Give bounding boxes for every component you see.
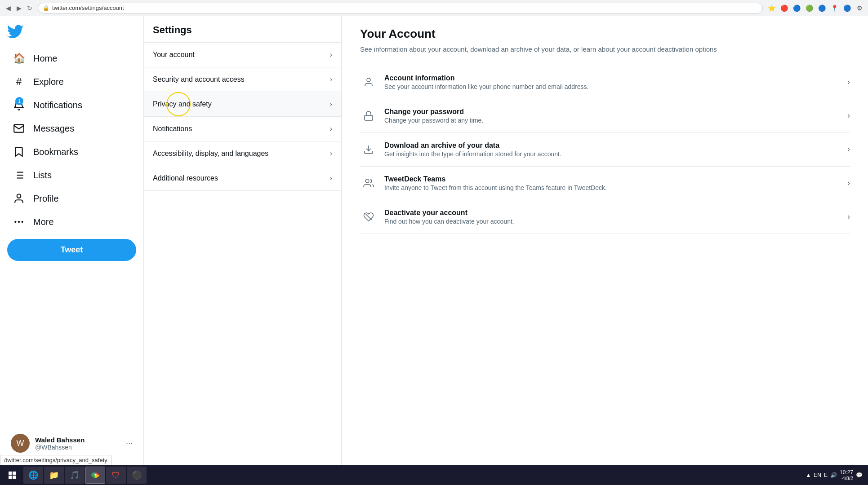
chevron-right-icon: › [330,75,332,84]
settings-item-label: Your account [153,51,195,59]
sidebar-item-label: Home [33,53,57,64]
sidebar-item-label: More [33,217,54,227]
option-desc: Find out how you can deactivate your acc… [384,218,840,225]
forward-button[interactable]: ▶ [14,4,23,13]
lists-icon [13,169,25,181]
sidebar-item-profile[interactable]: Profile [4,187,140,210]
page-subtitle: See information about your account, down… [360,44,850,55]
chevron-right-icon: › [330,150,332,158]
chevron-right-icon: › [847,145,850,154]
chevron-right-icon: › [330,51,332,59]
sidebar-item-explore[interactable]: # Explore [4,70,140,93]
user-more-button[interactable]: ··· [126,439,133,448]
sidebar-item-home[interactable]: 🏠 Home [4,47,140,70]
sidebar: 🏠 Home # Explore 1 Notifications Message… [0,16,144,465]
option-title: Download an archive of your data [384,141,840,150]
sidebar-item-messages[interactable]: Messages [4,117,140,140]
change-password-icon [360,107,377,124]
svg-rect-16 [13,472,16,475]
option-download-archive[interactable]: Download an archive of your data Get ins… [360,133,850,167]
option-account-info[interactable]: Account information See your account inf… [360,66,850,99]
settings-item-security[interactable]: Security and account access › [144,67,341,92]
bookmark-action[interactable]: ⭐ [766,3,776,13]
option-desc: Get insights into the type of informatio… [384,150,840,158]
svg-point-8 [18,221,20,223]
browser-chrome: ◀ ▶ ↻ 🔒 twitter.com/settings/account ⭐ 🔴… [0,0,868,16]
extension-3[interactable]: 🟢 [804,3,814,13]
extension-5[interactable]: 📍 [829,3,839,13]
chevron-right-icon: › [330,125,332,133]
chevron-right-icon: › [847,77,850,87]
svg-point-10 [367,78,370,82]
settings-item-privacy[interactable]: Privacy and safety › [144,92,341,117]
address-bar[interactable]: 🔒 twitter.com/settings/account [38,3,763,13]
notifications-icon: 1 [13,99,25,111]
extension-2[interactable]: 🔵 [792,3,801,13]
option-deactivate[interactable]: Deactivate your account Find out how you… [360,200,850,234]
home-icon: 🏠 [13,52,25,65]
url-text: twitter.com/settings/account [52,4,124,11]
sidebar-item-notifications[interactable]: 1 Notifications [4,93,140,117]
explore-icon: # [13,75,25,88]
extension-6[interactable]: 🔵 [842,3,852,13]
start-button[interactable] [2,467,22,484]
taskbar-app2[interactable]: ⚫ [127,467,147,484]
lock-icon: 🔒 [43,5,49,11]
taskbar-media[interactable]: 🎵 [65,467,85,484]
settings-item-label: Accessibility, display, and languages [153,150,268,158]
option-tweetdeck-teams[interactable]: TweetDeck Teams Invite anyone to Tweet f… [360,167,850,200]
settings-item-label: Notifications [153,125,192,133]
taskbar-security[interactable]: 🛡 [106,467,126,484]
settings-title: Settings [144,16,341,43]
chevron-right-icon: › [847,178,850,188]
option-desc: Change your password at any time. [384,117,840,124]
taskbar-chrome[interactable] [85,467,105,484]
app-container: 🏠 Home # Explore 1 Notifications Message… [0,16,868,465]
more-icon [13,216,25,228]
sidebar-item-label: Notifications [33,100,82,110]
settings-item-notifications[interactable]: Notifications › [144,117,341,141]
avatar: W [11,434,30,453]
sidebar-item-more[interactable]: More [4,210,140,234]
notification-center[interactable]: 💬 [856,472,863,478]
taskbar-explorer[interactable]: 📁 [44,467,64,484]
settings-item-additional[interactable]: Additional resources › [144,166,341,191]
option-title: Account information [384,74,840,82]
option-text: Account information See your account inf… [384,74,840,90]
user-profile-section[interactable]: W Waled Bahssen @WBahssen ··· [4,428,140,458]
sidebar-item-label: Explore [33,77,64,87]
deactivate-icon [360,208,377,225]
extension-1[interactable]: 🔴 [779,3,789,13]
nav-buttons: ◀ ▶ ↻ [4,4,34,13]
settings-item-accessibility[interactable]: Accessibility, display, and languages › [144,141,341,166]
extension-4[interactable]: 🔵 [817,3,827,13]
refresh-button[interactable]: ↻ [25,4,34,13]
twitter-logo[interactable] [0,20,143,45]
lang-indicator: EN [814,472,821,478]
status-tooltip: /twitter.com/settings/privacy_and_safety [0,455,111,465]
settings-item-label: Security and account access [153,75,245,84]
sidebar-item-label: Bookmarks [33,147,78,157]
sidebar-item-lists[interactable]: Lists [4,163,140,187]
back-button[interactable]: ◀ [4,4,13,13]
svg-point-13 [365,179,369,183]
volume-icon: 🔊 [830,472,837,478]
extension-7[interactable]: ⚙ [855,3,864,13]
user-display-name: Waled Bahssen [35,436,120,444]
chevron-right-icon: › [330,100,332,108]
svg-point-9 [21,221,23,223]
option-change-password[interactable]: Change your password Change your passwor… [360,99,850,133]
taskbar-ie[interactable]: 🌐 [23,467,43,484]
system-time: 10:27 4/8/2 [840,469,853,481]
system-tray: ▲ EN E 🔊 10:27 4/8/2 💬 [802,469,866,481]
svg-rect-15 [9,472,12,475]
svg-rect-17 [9,476,12,479]
sidebar-item-bookmarks[interactable]: Bookmarks [4,140,140,163]
chevron-right-icon: › [847,212,850,221]
settings-item-your-account[interactable]: Your account › [144,43,341,67]
chevron-right-icon: › [330,174,332,182]
chevron-right-icon: › [847,111,850,120]
svg-rect-18 [13,476,16,479]
option-text: Download an archive of your data Get ins… [384,141,840,158]
tweet-button[interactable]: Tweet [7,239,136,261]
